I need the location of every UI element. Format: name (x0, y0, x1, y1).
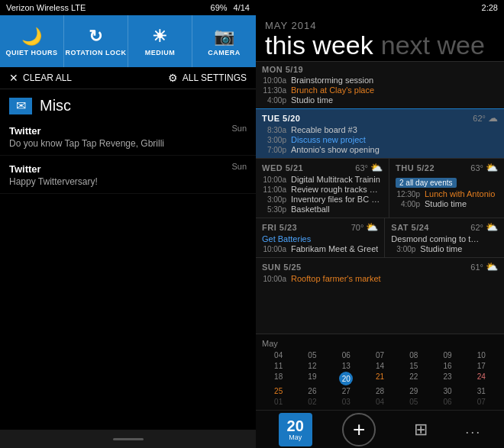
notif-time: Sun (231, 162, 247, 171)
day-block-wed: WED 5/21 63° ⛅ 10:00a Digital Multitrack… (256, 159, 389, 218)
event-row: 11:00a Review rough tracks with (262, 185, 383, 194)
event-text: Studio time (291, 95, 333, 105)
event-time: 10:00a (262, 245, 286, 253)
mini-day[interactable]: 16 (431, 361, 464, 371)
week-nav: this week next wee (265, 31, 495, 60)
mini-day[interactable]: 08 (397, 350, 430, 360)
quiet-hours-button[interactable]: 🌙 QUIET HOURS (0, 15, 64, 67)
mini-day[interactable]: 30 (431, 386, 464, 396)
quick-settings-bar: 🌙 QUIET HOURS ↻ ROTATION LOCK ☀ MEDIUM 📷… (0, 15, 256, 67)
temp-wed: 63° (355, 163, 368, 172)
cloud-icon: ⛅ (366, 221, 378, 233)
mini-day[interactable]: 27 (330, 386, 363, 396)
mini-day[interactable]: 19 (296, 372, 328, 385)
event-time: 11:00a (262, 185, 286, 194)
event-row: 12:30p Lunch with Antonio (396, 189, 498, 198)
wed-thu-row: WED 5/21 63° ⛅ 10:00a Digital Multitrack… (256, 158, 504, 218)
status-bar-left: Verizon Wireless LTE 69% 4/14 (0, 0, 256, 15)
rotation-lock-label: ROTATION LOCK (65, 49, 126, 56)
event-text: Discuss new project (291, 135, 366, 144)
rotation-lock-button[interactable]: ↻ ROTATION LOCK (64, 15, 128, 67)
mini-day[interactable]: 31 (465, 386, 498, 396)
event-text: Rooftop farmer's market (291, 274, 381, 283)
mini-day[interactable]: 24 (465, 372, 498, 385)
mini-day[interactable]: 10 (465, 350, 498, 360)
mini-day[interactable]: 02 (296, 397, 328, 407)
notification-list: Twitter Sun Do you know Tap Tap Revenge,… (0, 118, 256, 430)
mini-day[interactable]: 14 (363, 361, 396, 371)
this-week-label[interactable]: this week (265, 31, 373, 60)
day-block-tue: TUE 5/20 62° ☁ 8:30a Recable board #3 3:… (256, 108, 504, 158)
mini-day[interactable]: 15 (397, 361, 430, 371)
mini-day[interactable]: 21 (363, 372, 396, 385)
mini-day[interactable]: 03 (330, 397, 363, 407)
event-text: Recable board #3 (291, 125, 357, 134)
more-button[interactable]: ... (465, 421, 481, 437)
notification-item[interactable]: Twitter Sun Do you know Tap Tap Revenge,… (0, 118, 256, 156)
mini-day[interactable]: 07 (363, 350, 396, 360)
mini-day-today[interactable]: 20 (339, 372, 353, 385)
all-settings-button[interactable]: ⚙ ALL SETTINGS (168, 72, 247, 84)
camera-button[interactable]: 📷 CAMERA (192, 15, 256, 67)
mini-day[interactable]: 01 (262, 397, 295, 407)
mini-day[interactable]: 25 (262, 386, 295, 396)
mini-day[interactable]: 22 (397, 372, 430, 385)
notif-text: Happy Twitterversary! (9, 176, 247, 187)
calendar-body: MON 5/19 10:00a Brainstorming session 11… (256, 61, 504, 334)
event-row: 11:30a Brunch at Clay's place (262, 85, 498, 95)
event-text: Basketball (291, 205, 330, 214)
clear-all-button[interactable]: ✕ CLEAR ALL (9, 72, 72, 84)
mini-day[interactable]: 18 (262, 372, 295, 385)
notif-time: Sun (231, 124, 247, 133)
day-block-thu: THU 5/22 63° ⛅ 2 all day events 12:30p L… (389, 159, 504, 218)
envelope-icon: ✉ (9, 98, 32, 114)
mini-day[interactable]: 23 (431, 372, 464, 385)
x-icon: ✕ (9, 72, 18, 84)
mini-day[interactable]: 12 (296, 361, 328, 371)
mini-day[interactable]: 06 (431, 397, 464, 407)
notif-source: Twitter (9, 125, 41, 137)
mini-day[interactable]: 13 (330, 361, 363, 371)
medium-button[interactable]: ☀ MEDIUM (128, 15, 192, 67)
event-text: Fabrikam Meet & Greet (291, 244, 378, 253)
event-text: Antonio's show opening (291, 145, 380, 154)
notification-item[interactable]: Twitter Sun Happy Twitterversary! (0, 156, 256, 194)
event-row: 7:00p Antonio's show opening (262, 145, 498, 154)
cal-status-bar: 2:28 (256, 0, 504, 15)
mini-day[interactable]: 07 (465, 397, 498, 407)
rotation-icon: ↻ (89, 27, 103, 47)
mini-day[interactable]: 06 (330, 350, 363, 360)
event-row: 5:30p Basketball (262, 205, 383, 214)
add-event-button[interactable]: + (342, 413, 376, 446)
mini-day[interactable]: 26 (296, 386, 328, 396)
mini-day[interactable]: 28 (363, 386, 396, 396)
mini-day[interactable]: 09 (431, 350, 464, 360)
view-button[interactable]: ⊞ (406, 415, 435, 444)
mini-day[interactable]: 05 (296, 350, 328, 360)
mini-day[interactable]: 29 (397, 386, 430, 396)
event-text: Inventory files for BC pro (291, 195, 383, 204)
notifications-header: ✉ Misc (0, 89, 256, 118)
moon-icon: 🌙 (21, 27, 43, 47)
quiet-hours-label: QUIET HOURS (5, 49, 57, 56)
left-panel: Verizon Wireless LTE 69% 4/14 🌙 QUIET HO… (0, 0, 256, 448)
mini-day[interactable]: 17 (465, 361, 498, 371)
today-button[interactable]: 20 May (279, 413, 312, 446)
next-week-label[interactable]: next wee (381, 31, 485, 60)
brightness-icon: ☀ (152, 27, 168, 47)
temp-sat: 62° (470, 223, 483, 232)
notif-source: Twitter (9, 163, 41, 175)
camera-icon: 📷 (214, 27, 235, 47)
event-text: Brunch at Clay's place (291, 85, 374, 95)
event-time: 10:00a (262, 176, 286, 184)
cloud-icon: ☁ (488, 112, 498, 124)
event-time: 3:00p (262, 195, 286, 204)
gear-icon: ⚙ (168, 72, 178, 84)
event-time: 4:00p (262, 96, 286, 105)
mini-day[interactable]: 04 (262, 350, 295, 360)
section-title: Misc (40, 97, 71, 114)
mini-day[interactable]: 04 (363, 397, 396, 407)
day-block-mon: MON 5/19 10:00a Brainstorming session 11… (256, 61, 504, 108)
mini-day[interactable]: 11 (262, 361, 295, 371)
mini-day[interactable]: 05 (397, 397, 430, 407)
